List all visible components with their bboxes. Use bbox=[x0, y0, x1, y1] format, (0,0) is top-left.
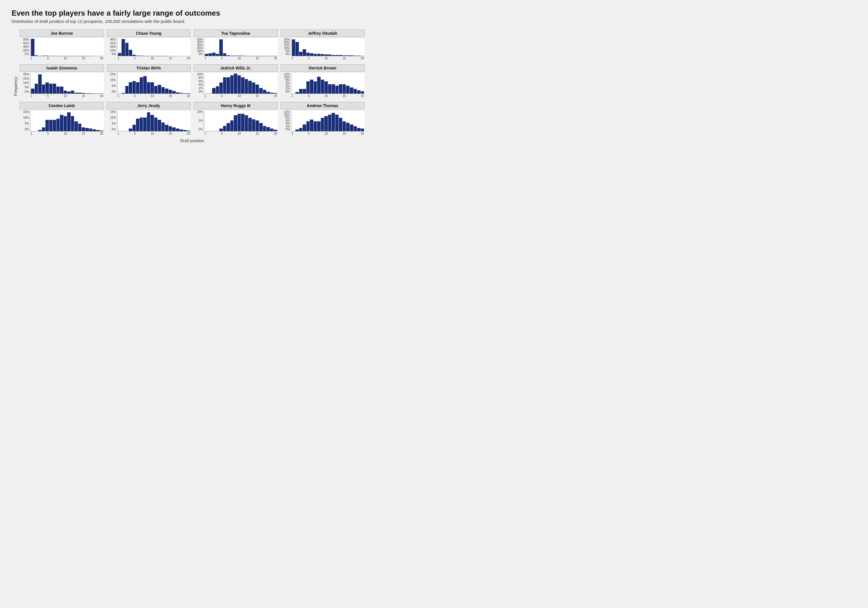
bar-11-1 bbox=[295, 129, 299, 131]
chart-title-0: Joe Burrow bbox=[20, 30, 104, 37]
bar-10-15 bbox=[259, 123, 263, 131]
bar-7-11 bbox=[332, 84, 335, 93]
bar-8-2 bbox=[38, 130, 42, 131]
bar-11-8 bbox=[321, 118, 324, 131]
bar-5-15 bbox=[172, 91, 176, 93]
bar-2-5 bbox=[223, 53, 226, 56]
bar-3-0 bbox=[292, 39, 295, 56]
bar-5-10 bbox=[154, 86, 158, 93]
bar-8-12 bbox=[74, 121, 78, 131]
bar-5-1 bbox=[121, 93, 125, 93]
charts-grid: Joe Burrow0%20%40%60%80%15101520Chase Yo… bbox=[20, 30, 364, 137]
bar-11-11 bbox=[332, 113, 335, 131]
bar-2-1 bbox=[209, 53, 212, 56]
bar-11-16 bbox=[350, 124, 353, 131]
bar-5-12 bbox=[161, 87, 165, 93]
bar-6-6 bbox=[226, 77, 230, 93]
bar-5-7 bbox=[143, 76, 147, 93]
bar-7-17 bbox=[353, 89, 357, 93]
bar-4-5 bbox=[49, 84, 53, 94]
bar-6-16 bbox=[263, 90, 267, 93]
bar-9-14 bbox=[169, 126, 172, 131]
bar-3-2 bbox=[299, 52, 303, 56]
bar-7-1 bbox=[295, 92, 299, 93]
bar-9-9 bbox=[150, 115, 154, 131]
bar-10-16 bbox=[263, 126, 267, 131]
bar-11-4 bbox=[306, 121, 310, 131]
bar-6-12 bbox=[248, 81, 252, 93]
bar-6-14 bbox=[256, 84, 259, 93]
chart-title-3: Jeffrey Okudah bbox=[281, 30, 365, 37]
chart-wrapper-10: Henry Ruggs III0%5%10%15101520 bbox=[194, 102, 278, 137]
bar-3-5 bbox=[310, 53, 313, 56]
bar-7-10 bbox=[328, 84, 332, 93]
bar-10-17 bbox=[267, 127, 270, 131]
bar-8-11 bbox=[71, 116, 74, 131]
bar-11-6 bbox=[314, 121, 317, 131]
bar-10-6 bbox=[226, 123, 230, 131]
bar-2-4 bbox=[219, 39, 223, 56]
bar-4-3 bbox=[42, 84, 45, 93]
bar-9-5 bbox=[136, 119, 140, 131]
bar-10-9 bbox=[237, 114, 241, 131]
plot-area-10 bbox=[204, 110, 278, 131]
bar-3-11 bbox=[332, 55, 335, 56]
bar-9-11 bbox=[158, 120, 161, 131]
bar-4-6 bbox=[53, 84, 56, 94]
bar-11-5 bbox=[310, 120, 313, 131]
bar-6-17 bbox=[267, 92, 270, 93]
bar-11-17 bbox=[353, 126, 357, 131]
bar-11-10 bbox=[328, 115, 332, 131]
bar-5-9 bbox=[150, 82, 154, 93]
bar-8-8 bbox=[60, 115, 64, 131]
bar-5-14 bbox=[169, 90, 172, 93]
chart-title-6: Jedrick Wills Jr. bbox=[194, 64, 278, 72]
bar-7-7 bbox=[317, 77, 321, 93]
bar-3-13 bbox=[339, 55, 342, 56]
bar-2-7 bbox=[230, 56, 234, 56]
chart-wrapper-2: Tua Tagovailoa0%10%20%30%40%50%15101520 bbox=[194, 30, 278, 61]
bar-1-5 bbox=[136, 56, 140, 56]
bar-8-18 bbox=[96, 130, 100, 131]
bar-3-9 bbox=[324, 54, 328, 56]
bar-7-2 bbox=[299, 89, 303, 93]
bar-5-17 bbox=[180, 93, 183, 93]
bar-7-15 bbox=[346, 86, 350, 93]
chart-title-2: Tua Tagovailoa bbox=[194, 30, 278, 37]
bar-7-13 bbox=[339, 84, 342, 93]
bar-5-16 bbox=[176, 92, 180, 93]
bar-10-7 bbox=[230, 120, 234, 131]
bar-8-15 bbox=[85, 128, 89, 131]
bar-10-13 bbox=[252, 119, 256, 131]
bar-3-14 bbox=[343, 55, 346, 56]
plot-area-3 bbox=[291, 38, 365, 56]
bar-8-17 bbox=[93, 129, 96, 131]
bar-5-6 bbox=[140, 77, 143, 93]
bar-3-17 bbox=[353, 56, 357, 56]
bar-10-5 bbox=[223, 126, 226, 131]
bar-2-8 bbox=[234, 56, 237, 56]
page-subtitle: Distribution of draft position of top 12… bbox=[12, 19, 364, 24]
bar-2-2 bbox=[212, 53, 215, 56]
bar-6-2 bbox=[212, 88, 215, 93]
plot-area-6 bbox=[204, 73, 278, 94]
plot-area-7 bbox=[291, 73, 365, 94]
bar-7-19 bbox=[361, 91, 364, 93]
chart-title-10: Henry Ruggs III bbox=[194, 102, 278, 109]
bar-10-8 bbox=[234, 115, 237, 131]
plot-area-9 bbox=[117, 110, 191, 131]
chart-wrapper-6: Jedrick Wills Jr.0%2%4%6%8%10%15101520 bbox=[194, 64, 278, 99]
bar-10-4 bbox=[219, 129, 223, 131]
chart-title-8: Ceedee Lamb bbox=[20, 102, 104, 109]
bar-9-17 bbox=[180, 129, 183, 131]
x-axis-label: Draft position bbox=[20, 138, 364, 143]
plot-area-1 bbox=[117, 38, 191, 56]
chart-title-1: Chase Young bbox=[107, 30, 191, 37]
bar-6-9 bbox=[237, 75, 241, 93]
bar-6-11 bbox=[245, 79, 248, 93]
bar-2-0 bbox=[205, 54, 208, 56]
bar-10-18 bbox=[270, 129, 274, 131]
bar-0-0 bbox=[31, 39, 34, 56]
chart-wrapper-7: Derrick Brown0%2%4%6%8%10%12%15101520 bbox=[281, 64, 365, 99]
bar-6-3 bbox=[216, 86, 219, 93]
